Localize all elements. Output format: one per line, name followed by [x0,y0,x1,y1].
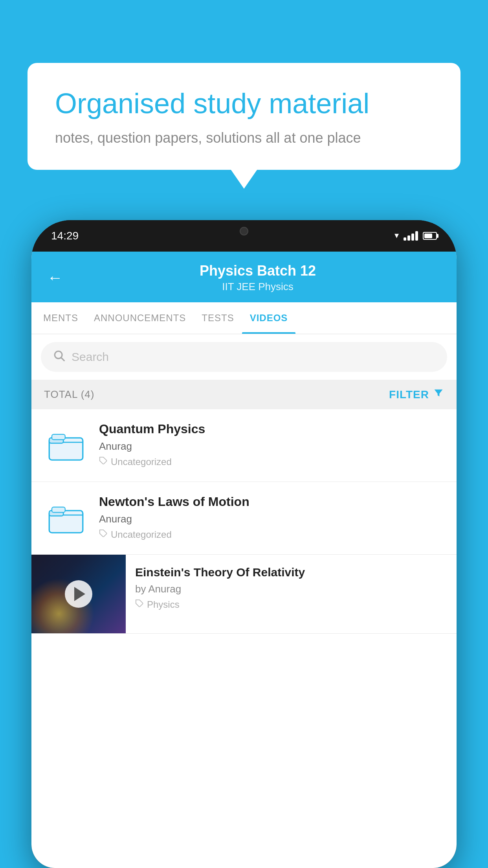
total-count: TOTAL (4) [44,388,94,401]
phone-frame: 14:29 ▾ ← Physi [31,220,457,868]
camera-dot [240,227,248,235]
video-author: Anurag [99,440,446,452]
header-title-area: Physics Batch 12 IIT JEE Physics [75,263,441,293]
signal-icon [404,231,418,241]
app-header: ← Physics Batch 12 IIT JEE Physics [31,252,457,302]
search-container: Search [31,334,457,380]
list-item[interactable]: Quantum Physics Anurag Uncategorized [31,409,457,482]
tab-tests[interactable]: TESTS [194,302,242,334]
video-info: Einstein's Theory Of Relativity by Anura… [126,555,457,621]
status-icons: ▾ [394,231,437,241]
search-input-wrapper[interactable]: Search [41,342,447,372]
play-triangle-icon [74,587,85,601]
header-title: Physics Batch 12 [75,263,441,279]
filter-label: FILTER [389,388,429,401]
header-subtitle: IIT JEE Physics [75,281,441,293]
tab-announcements[interactable]: ANNOUNCEMENTS [86,302,194,334]
tabs-bar: MENTS ANNOUNCEMENTS TESTS VIDEOS [31,302,457,334]
video-tag: Uncategorized [99,456,446,467]
video-author: by Anurag [135,583,447,595]
list-item[interactable]: Einstein's Theory Of Relativity by Anura… [31,555,457,634]
folder-icon [48,428,84,463]
video-tag: Uncategorized [99,529,446,540]
video-info: Newton's Laws of Motion Anurag Uncategor… [99,495,446,540]
tag-label: Uncategorized [111,529,172,540]
filter-bar: TOTAL (4) FILTER [31,380,457,409]
tag-icon [135,599,144,610]
play-button[interactable] [65,580,92,608]
video-title: Einstein's Theory Of Relativity [135,566,447,579]
tag-label: Physics [147,599,180,610]
tag-icon [99,456,108,467]
video-title: Newton's Laws of Motion [99,495,446,509]
video-title: Quantum Physics [99,422,446,436]
speech-bubble-container: Organised study material notes, question… [28,63,460,170]
status-time: 14:29 [51,230,79,242]
folder-icon-area [42,422,90,469]
phone-screen: ← Physics Batch 12 IIT JEE Physics MENTS… [31,252,457,868]
filter-button[interactable]: FILTER [389,388,444,401]
folder-icon [48,500,84,536]
tag-label: Uncategorized [111,456,172,467]
video-tag: Physics [135,599,447,610]
search-icon [53,349,65,365]
bubble-subtitle: notes, question papers, solutions all at… [55,130,433,146]
battery-icon [423,232,437,240]
video-info: Quantum Physics Anurag Uncategorized [99,422,446,467]
folder-icon-area [42,495,90,542]
video-list: Quantum Physics Anurag Uncategorized [31,409,457,634]
phone-notch [213,220,275,242]
wifi-icon: ▾ [394,231,399,241]
video-thumbnail [31,555,126,633]
status-bar: 14:29 ▾ [31,220,457,252]
tab-videos[interactable]: VIDEOS [242,302,296,334]
list-item[interactable]: Newton's Laws of Motion Anurag Uncategor… [31,482,457,555]
filter-icon [433,388,444,401]
svg-line-1 [61,358,64,360]
back-button[interactable]: ← [47,269,63,287]
speech-bubble: Organised study material notes, question… [28,63,460,170]
svg-rect-4 [52,434,65,440]
tag-icon [99,529,108,540]
search-placeholder: Search [72,350,109,364]
tab-ments[interactable]: MENTS [35,302,86,334]
bubble-title: Organised study material [55,86,433,120]
video-author: Anurag [99,513,446,525]
svg-rect-8 [52,507,65,513]
